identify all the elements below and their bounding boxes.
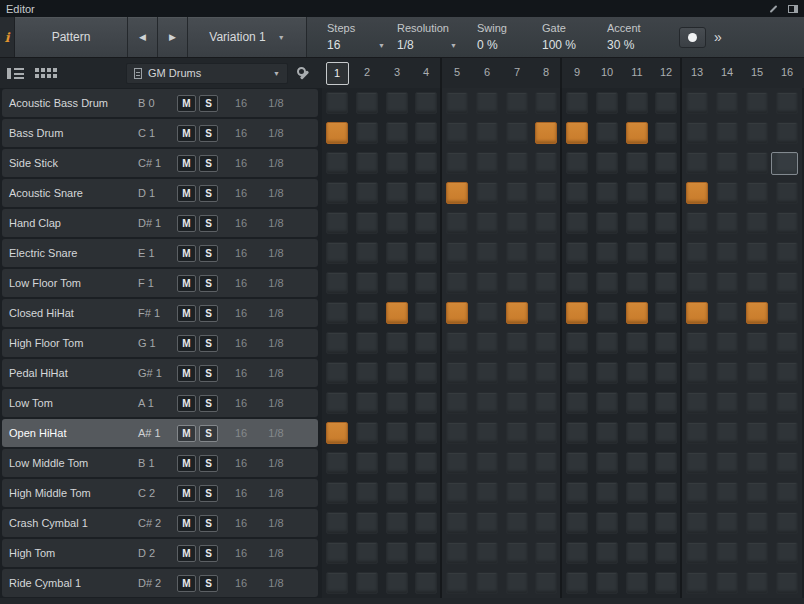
step-cell[interactable] xyxy=(776,392,798,414)
solo-button[interactable]: S xyxy=(199,365,218,382)
step-cell[interactable] xyxy=(506,332,528,354)
step-cell[interactable] xyxy=(386,92,408,114)
step-cell[interactable] xyxy=(326,542,348,564)
step-cell[interactable] xyxy=(655,212,677,234)
mute-button[interactable]: M xyxy=(177,365,196,382)
step-cell[interactable] xyxy=(356,302,378,324)
mute-button[interactable]: M xyxy=(177,275,196,292)
step-cell[interactable] xyxy=(626,92,648,114)
step-cell[interactable] xyxy=(596,272,618,294)
step-cell[interactable] xyxy=(626,392,648,414)
step-cell[interactable] xyxy=(596,512,618,534)
step-cell[interactable] xyxy=(566,242,588,264)
step-cell[interactable] xyxy=(716,122,738,144)
solo-button[interactable]: S xyxy=(199,305,218,322)
step-cell[interactable] xyxy=(596,332,618,354)
info-button[interactable]: i xyxy=(0,17,15,57)
step-cell[interactable] xyxy=(415,242,437,264)
step-cell[interactable] xyxy=(626,272,648,294)
step-cell[interactable] xyxy=(626,302,648,324)
solo-button[interactable]: S xyxy=(199,395,218,412)
step-cell[interactable] xyxy=(446,272,468,294)
step-cell[interactable] xyxy=(686,422,708,444)
wrench-icon[interactable] xyxy=(297,67,310,80)
step-cell[interactable] xyxy=(626,122,648,144)
param-value[interactable]: 16▼ xyxy=(327,38,391,52)
step-cell[interactable] xyxy=(626,212,648,234)
step-cell[interactable] xyxy=(655,482,677,504)
step-cell[interactable] xyxy=(326,182,348,204)
step-cell[interactable] xyxy=(446,242,468,264)
step-cell[interactable] xyxy=(386,542,408,564)
step-cell[interactable] xyxy=(776,422,798,444)
step-cell[interactable] xyxy=(415,512,437,534)
mute-button[interactable]: M xyxy=(177,575,196,592)
step-cell[interactable] xyxy=(476,512,498,534)
step-cell[interactable] xyxy=(415,392,437,414)
step-cell[interactable] xyxy=(655,542,677,564)
drum-row-label[interactable]: High TomD 2MS161/8 xyxy=(2,539,318,567)
step-cell[interactable] xyxy=(776,542,798,564)
step-cell[interactable] xyxy=(415,332,437,354)
drum-row-label[interactable]: Side StickC# 1MS161/8 xyxy=(2,149,318,177)
step-cell[interactable] xyxy=(506,182,528,204)
step-cell[interactable] xyxy=(776,452,798,474)
step-cell[interactable] xyxy=(326,212,348,234)
edit-icon[interactable] xyxy=(770,5,778,13)
step-cell[interactable] xyxy=(746,572,768,594)
record-button[interactable] xyxy=(679,27,706,48)
step-cell[interactable] xyxy=(535,272,557,294)
step-cell[interactable] xyxy=(655,272,677,294)
step-cell[interactable] xyxy=(716,362,738,384)
drum-row-label[interactable]: Closed HiHatF# 1MS161/8 xyxy=(2,299,318,327)
step-cell[interactable] xyxy=(716,452,738,474)
step-cell[interactable] xyxy=(386,482,408,504)
step-cell[interactable] xyxy=(506,122,528,144)
step-cell[interactable] xyxy=(386,152,408,174)
step-cell[interactable] xyxy=(566,212,588,234)
step-cell[interactable] xyxy=(476,152,498,174)
step-cell[interactable] xyxy=(446,422,468,444)
step-cell[interactable] xyxy=(356,572,378,594)
next-variation-button[interactable]: ▶ xyxy=(158,17,188,57)
step-cell[interactable] xyxy=(535,182,557,204)
param-value[interactable]: 30 % xyxy=(607,38,665,52)
drum-row-label[interactable]: Acoustic SnareD 1MS161/8 xyxy=(2,179,318,207)
step-cell[interactable] xyxy=(446,482,468,504)
step-cell[interactable] xyxy=(506,542,528,564)
step-cell[interactable] xyxy=(326,152,348,174)
step-cell[interactable] xyxy=(415,152,437,174)
step-cell[interactable] xyxy=(535,542,557,564)
step-cell[interactable] xyxy=(476,482,498,504)
step-cell[interactable] xyxy=(655,422,677,444)
step-cell[interactable] xyxy=(746,182,768,204)
step-cell[interactable] xyxy=(326,422,348,444)
step-cell[interactable] xyxy=(716,302,738,324)
step-cell[interactable] xyxy=(655,302,677,324)
step-cell[interactable] xyxy=(506,512,528,534)
step-cell[interactable] xyxy=(386,452,408,474)
step-cell[interactable] xyxy=(356,542,378,564)
step-cell[interactable] xyxy=(386,362,408,384)
step-cell[interactable] xyxy=(356,122,378,144)
step-cell[interactable] xyxy=(326,332,348,354)
step-cell[interactable] xyxy=(476,422,498,444)
step-cell[interactable] xyxy=(566,362,588,384)
step-cell[interactable] xyxy=(626,452,648,474)
step-cell[interactable] xyxy=(686,122,708,144)
step-cell[interactable] xyxy=(506,422,528,444)
drum-row-label[interactable]: Crash Cymbal 1C# 2MS161/8 xyxy=(2,509,318,537)
step-cell[interactable] xyxy=(535,212,557,234)
solo-button[interactable]: S xyxy=(199,455,218,472)
step-cell[interactable] xyxy=(746,482,768,504)
step-cell[interactable] xyxy=(746,272,768,294)
step-cell[interactable] xyxy=(596,152,618,174)
step-cell[interactable] xyxy=(415,212,437,234)
step-cell[interactable] xyxy=(596,242,618,264)
step-cell[interactable] xyxy=(686,542,708,564)
drum-map-select[interactable]: GM Drums ▼ xyxy=(126,63,288,84)
step-cell[interactable] xyxy=(716,572,738,594)
step-cell[interactable] xyxy=(506,362,528,384)
step-cell[interactable] xyxy=(655,242,677,264)
step-cell[interactable] xyxy=(476,92,498,114)
